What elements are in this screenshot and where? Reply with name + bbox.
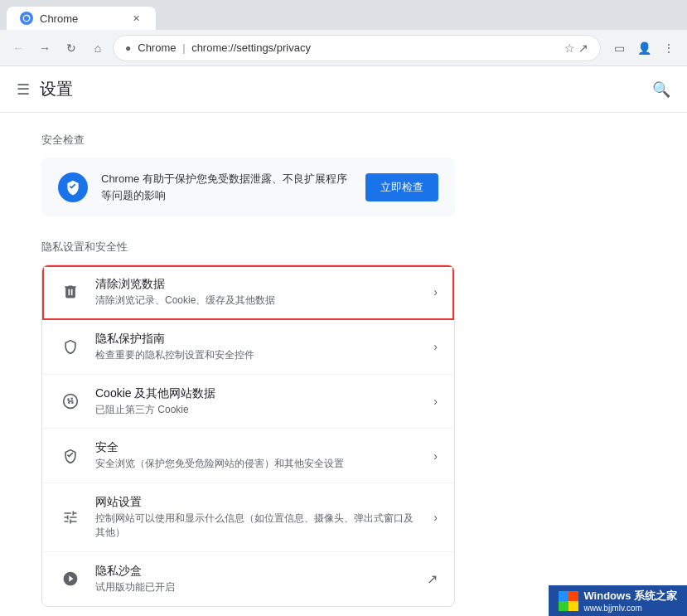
- cookies-item[interactable]: Cookie 及其他网站数据 已阻止第三方 Cookie ›: [42, 375, 454, 429]
- watermark-logo: [559, 591, 578, 611]
- address-domain: Chrome: [138, 41, 176, 54]
- fullscreen-button[interactable]: ▭: [607, 36, 631, 60]
- profile-button[interactable]: 👤: [632, 36, 656, 60]
- tab-close-btn[interactable]: ✕: [129, 12, 143, 25]
- safety-check-button[interactable]: 立即检查: [365, 173, 438, 201]
- privacy-sandbox-item[interactable]: 隐私沙盒 试用版功能已开启 ↗: [42, 552, 454, 606]
- svg-point-5: [71, 401, 74, 404]
- privacy-guide-item[interactable]: 隐私保护指南 检查重要的隐私控制设置和安全控件 ›: [42, 320, 454, 375]
- site-settings-title: 网站设置: [95, 495, 420, 510]
- bookmark-icon[interactable]: ☆: [564, 41, 575, 55]
- address-text: Chrome | chrome://settings/privacy: [138, 41, 311, 54]
- cookies-desc: 已阻止第三方 Cookie: [95, 403, 420, 417]
- svg-point-4: [68, 401, 70, 404]
- address-separator: |: [182, 41, 188, 54]
- safety-check-card: Chrome 有助于保护您免受数据泄露、不良扩展程序等问题的影响 立即检查: [41, 158, 455, 216]
- clear-browsing-data-title: 清除浏览数据: [95, 277, 420, 292]
- security-item[interactable]: 安全 安全浏览（保护您免受危险网站的侵害）和其他安全设置 ›: [42, 429, 454, 483]
- cookie-icon: [59, 390, 82, 413]
- privacy-sandbox-title: 隐私沙盒: [95, 564, 414, 579]
- settings-content: 安全检查 Chrome 有助于保护您免受数据泄露、不良扩展程序等问题的影响 立即…: [0, 113, 687, 616]
- privacy-settings-list: 清除浏览数据 清除浏览记录、Cookie、缓存及其他数据 › 隐私保护指南 检查…: [41, 264, 455, 607]
- security-arrow: ›: [433, 449, 438, 463]
- active-tab[interactable]: Chrome ✕: [7, 7, 156, 30]
- browser-chrome: Chrome ✕ ← → ↻ ⌂ ● Chrome | chrome://set…: [0, 0, 687, 66]
- security-shield-icon: [59, 444, 82, 468]
- navigation-bar: ← → ↻ ⌂ ● Chrome | chrome://settings/pri…: [0, 30, 687, 66]
- address-right-icons: ☆ ↗: [564, 41, 588, 55]
- privacy-guide-content: 隐私保护指南 检查重要的隐私控制设置和安全控件: [95, 332, 420, 362]
- clear-browsing-data-desc: 清除浏览记录、Cookie、缓存及其他数据: [95, 293, 420, 308]
- reload-button[interactable]: ↻: [60, 36, 83, 60]
- more-menu-button[interactable]: ⋮: [657, 36, 680, 60]
- safety-check-label: 安全检查: [41, 133, 455, 148]
- sandbox-icon: [59, 567, 82, 590]
- address-path: chrome://settings/privacy: [191, 41, 311, 54]
- lock-icon: ●: [125, 42, 131, 54]
- svg-rect-6: [559, 591, 568, 601]
- settings-page: ☰ 设置 🔍 安全检查 Chrome 有助于保护您免受数据泄露、不良扩展程序等问…: [0, 66, 687, 616]
- privacy-sandbox-content: 隐私沙盒 试用版功能已开启: [95, 564, 414, 594]
- privacy-guide-desc: 检查重要的隐私控制设置和安全控件: [95, 348, 420, 362]
- shield-outline-icon: [59, 335, 82, 358]
- watermark-text-container: Windows 系统之家 www.bjjmlv.com: [583, 589, 677, 613]
- privacy-guide-title: 隐私保护指南: [95, 332, 420, 347]
- search-icon[interactable]: 🔍: [652, 80, 670, 99]
- address-bar[interactable]: ● Chrome | chrome://settings/privacy ☆ ↗: [113, 35, 601, 61]
- tab-title: Chrome: [40, 12, 78, 25]
- cookies-content: Cookie 及其他网站数据 已阻止第三方 Cookie: [95, 386, 420, 417]
- privacy-section-label: 隐私设置和安全性: [41, 240, 455, 255]
- privacy-guide-arrow: ›: [433, 340, 438, 353]
- cookies-arrow: ›: [433, 395, 438, 408]
- safety-description: Chrome 有助于保护您免受数据泄露、不良扩展程序等问题的影响: [101, 171, 352, 203]
- clear-browsing-data-content: 清除浏览数据 清除浏览记录、Cookie、缓存及其他数据: [95, 277, 420, 308]
- watermark: Windows 系统之家 www.bjjmlv.com: [549, 585, 687, 616]
- site-settings-item[interactable]: 网站设置 控制网站可以使用和显示什么信息（如位置信息、摄像头、弹出式窗口及其他）…: [42, 483, 454, 552]
- back-button[interactable]: ←: [7, 36, 30, 60]
- external-link-icon: ↗: [427, 571, 438, 587]
- site-settings-arrow: ›: [433, 511, 438, 524]
- cookies-title: Cookie 及其他网站数据: [95, 386, 420, 401]
- settings-header: ☰ 设置 🔍: [0, 66, 687, 113]
- clear-browsing-data-item[interactable]: 清除浏览数据 清除浏览记录、Cookie、缓存及其他数据 ›: [42, 265, 454, 320]
- svg-rect-9: [568, 601, 578, 611]
- svg-point-3: [70, 397, 73, 400]
- hamburger-icon[interactable]: ☰: [17, 80, 30, 99]
- forward-button[interactable]: →: [33, 36, 56, 60]
- browser-menu-icons: ▭ 👤 ⋮: [607, 36, 680, 60]
- clear-browsing-data-arrow: ›: [433, 285, 438, 298]
- home-button[interactable]: ⌂: [86, 36, 109, 60]
- trash-icon: [59, 280, 82, 303]
- watermark-sub-text: www.bjjmlv.com: [583, 604, 677, 613]
- svg-rect-8: [559, 601, 568, 611]
- security-content: 安全 安全浏览（保护您免受危险网站的侵害）和其他安全设置: [95, 440, 420, 471]
- sliders-icon: [59, 506, 82, 529]
- security-title: 安全: [95, 440, 420, 455]
- safety-shield-icon: [58, 172, 88, 202]
- privacy-section: 隐私设置和安全性 清除浏览数据 清除浏览记录、Cookie、缓存及其他数据 ›: [41, 240, 455, 607]
- site-settings-desc: 控制网站可以使用和显示什么信息（如位置信息、摄像头、弹出式窗口及其他）: [95, 512, 420, 540]
- watermark-main-text: Windows 系统之家: [583, 589, 677, 604]
- svg-rect-7: [568, 591, 578, 601]
- tab-bar: Chrome ✕: [0, 0, 687, 30]
- privacy-sandbox-desc: 试用版功能已开启: [95, 580, 414, 594]
- svg-point-2: [67, 398, 70, 400]
- security-desc: 安全浏览（保护您免受危险网站的侵害）和其他安全设置: [95, 457, 420, 471]
- tab-favicon: [20, 12, 33, 25]
- share-icon[interactable]: ↗: [578, 41, 588, 55]
- site-settings-content: 网站设置 控制网站可以使用和显示什么信息（如位置信息、摄像头、弹出式窗口及其他）: [95, 495, 420, 540]
- settings-title: 设置: [40, 78, 73, 100]
